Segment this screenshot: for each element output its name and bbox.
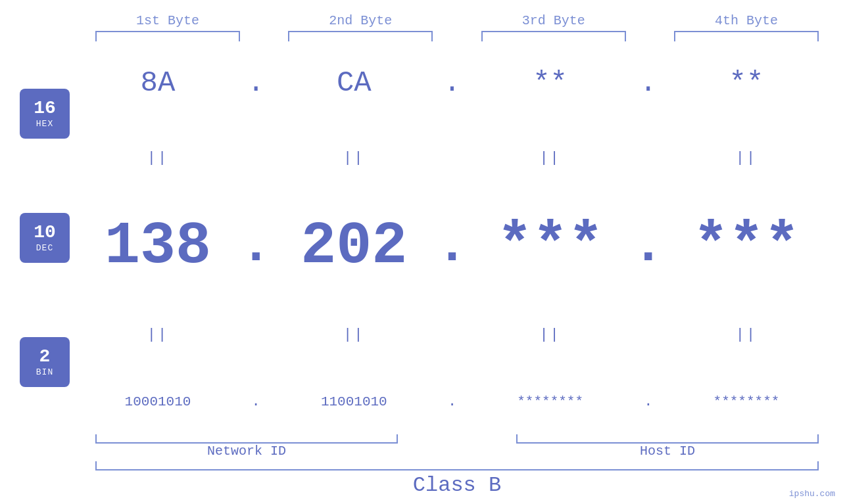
byte1-header: 1st Byte	[95, 13, 240, 28]
watermark: ipshu.com	[789, 489, 835, 499]
host-id-label: Host ID	[516, 444, 819, 459]
bin-badge-number: 2	[39, 347, 51, 367]
nh-brackets	[95, 434, 819, 444]
bin-dot3: .	[644, 394, 652, 410]
top-brackets	[0, 31, 845, 41]
bin-b3: ********	[478, 394, 623, 409]
bin-b1: 10001010	[85, 394, 230, 409]
dec-dot3: .	[633, 220, 664, 276]
byte2-header: 2nd Byte	[288, 13, 433, 28]
hex-dot1: .	[247, 66, 264, 99]
bracket-b4	[674, 31, 819, 41]
hex-row: 8A . CA . ** . **	[85, 66, 819, 99]
equals-row-2: || || || ||	[85, 325, 819, 344]
bracket-b3	[481, 31, 626, 41]
bottom-area: Network ID Host ID Class B	[0, 434, 845, 504]
network-id-label: Network ID	[95, 444, 398, 459]
bin-b4: ********	[674, 394, 819, 409]
nh-labels: Network ID Host ID	[95, 444, 819, 459]
bin-b2: 11001010	[281, 394, 426, 409]
hex-b2: CA	[281, 66, 426, 99]
eq2-b2: ||	[281, 327, 426, 343]
bin-row: 10001010 . 11001010 . ******** . *******…	[85, 394, 819, 410]
dec-b3: ***	[478, 217, 623, 276]
hex-b3: **	[478, 66, 623, 99]
byte-headers: 1st Byte 2nd Byte 3rd Byte 4th Byte	[0, 0, 845, 28]
dec-dot2: .	[436, 220, 468, 276]
eq1-b1: ||	[85, 150, 230, 166]
body-area: 16 HEX 10 DEC 2 BIN 8A . CA . ** . **	[0, 41, 845, 434]
dec-badge-label: DEC	[36, 243, 53, 253]
hex-badge-number: 16	[34, 99, 56, 119]
hex-badge: 16 HEX	[20, 89, 70, 139]
byte3-header: 3rd Byte	[481, 13, 626, 28]
eq2-b1: ||	[85, 327, 230, 343]
hex-dot3: .	[640, 66, 657, 99]
eq1-b4: ||	[674, 150, 819, 166]
eq1-b2: ||	[281, 150, 426, 166]
equals-row-1: || || || ||	[85, 149, 819, 168]
bin-dot1: .	[252, 394, 260, 410]
bin-dot2: .	[448, 394, 456, 410]
dec-badge: 10 DEC	[20, 213, 70, 263]
hex-b4: **	[674, 66, 819, 99]
eq2-b3: ||	[478, 327, 623, 343]
dec-b1: 138	[85, 217, 230, 276]
bin-badge-label: BIN	[36, 367, 53, 377]
hex-dot2: .	[443, 66, 460, 99]
bracket-b2	[288, 31, 433, 41]
bracket-b1	[95, 31, 240, 41]
bin-badge: 2 BIN	[20, 337, 70, 387]
dec-b4: ***	[674, 217, 819, 276]
byte4-header: 4th Byte	[674, 13, 819, 28]
left-badges: 16 HEX 10 DEC 2 BIN	[20, 41, 85, 434]
host-id-bracket	[516, 434, 819, 444]
class-b-label: Class B	[95, 473, 819, 497]
dec-b2: 202	[281, 217, 426, 276]
page: 1st Byte 2nd Byte 3rd Byte 4th Byte 16 H…	[0, 0, 845, 504]
dec-dot1: .	[240, 220, 272, 276]
network-id-bracket	[95, 434, 398, 444]
dec-badge-number: 10	[34, 223, 56, 243]
eq1-b3: ||	[478, 150, 623, 166]
dec-row: 138 . 202 . *** . ***	[85, 217, 819, 276]
class-bracket	[95, 461, 819, 470]
hex-b1: 8A	[85, 66, 230, 99]
values-area: 8A . CA . ** . ** || || || || 138	[85, 41, 819, 434]
eq2-b4: ||	[674, 327, 819, 343]
hex-badge-label: HEX	[36, 119, 53, 129]
